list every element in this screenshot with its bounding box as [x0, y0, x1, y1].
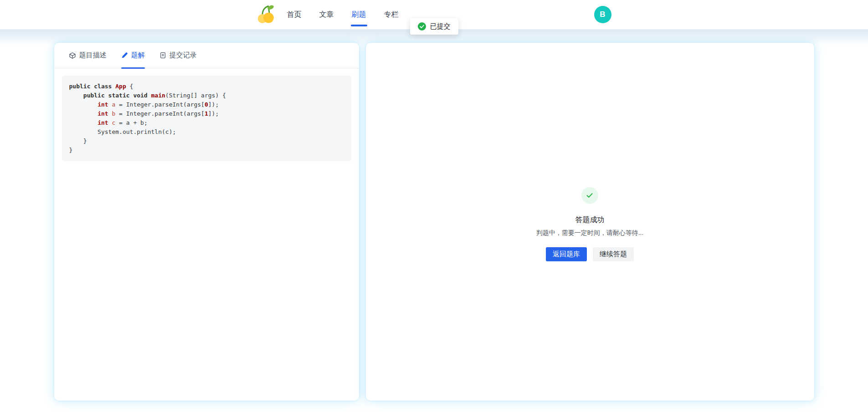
- code-line: public static void main(String[] args) {: [69, 91, 344, 100]
- toast-submitted: 已提交: [410, 18, 458, 35]
- code-line: int a = Integer.parseInt(args[0]);: [69, 100, 344, 109]
- code-line: }: [69, 137, 344, 146]
- pen-icon: [121, 52, 128, 59]
- java-code: public class App { public static void ma…: [69, 82, 344, 155]
- result-buttons: 返回题库 继续答题: [546, 247, 634, 261]
- main-content: 题目描述 题解 提交记录: [54, 43, 814, 401]
- nav-links: 首页 文章 刷题 专栏: [287, 10, 399, 19]
- submission-result: 答题成功 判题中，需要一定时间，请耐心等待... 返回题库 继续答题: [536, 187, 644, 261]
- tab-label: 提交记录: [169, 51, 197, 60]
- cube-icon: [69, 52, 76, 59]
- nav-link-home[interactable]: 首页: [287, 10, 302, 19]
- tab-label: 题解: [131, 51, 145, 60]
- code-line: public class App {: [69, 82, 344, 91]
- check-circle-icon: [418, 22, 426, 31]
- nav-link-columns[interactable]: 专栏: [384, 10, 399, 19]
- cherry-icon: [257, 3, 275, 26]
- success-check-icon: [581, 187, 598, 204]
- cherry-logo[interactable]: [257, 3, 275, 26]
- tab-solution[interactable]: 题解: [121, 43, 145, 68]
- avatar[interactable]: B: [594, 6, 611, 23]
- tab-label: 题目描述: [79, 51, 107, 60]
- code-line: }: [69, 146, 344, 155]
- nav-link-articles[interactable]: 文章: [319, 10, 334, 19]
- back-to-question-bank-button[interactable]: 返回题库: [546, 247, 587, 261]
- tab-problem-description[interactable]: 题目描述: [69, 43, 107, 68]
- result-panel: 答题成功 判题中，需要一定时间，请耐心等待... 返回题库 继续答题: [366, 43, 814, 401]
- nav-link-practice[interactable]: 刷题: [352, 10, 366, 19]
- document-icon: [159, 52, 166, 59]
- code-line: System.out.println(c);: [69, 127, 344, 137]
- problem-panel: 题目描述 题解 提交记录: [54, 43, 359, 401]
- code-line: int b = Integer.parseInt(args[1]);: [69, 109, 344, 118]
- tab-bar: 题目描述 题解 提交记录: [54, 43, 359, 68]
- toast-message: 已提交: [430, 22, 451, 31]
- continue-answering-button[interactable]: 继续答题: [593, 247, 634, 261]
- result-title: 答题成功: [575, 215, 604, 225]
- tab-submission-records[interactable]: 提交记录: [159, 43, 197, 68]
- code-block: public class App { public static void ma…: [62, 76, 351, 161]
- result-subtitle: 判题中，需要一定时间，请耐心等待...: [536, 229, 644, 237]
- code-line: int c = a + b;: [69, 118, 344, 127]
